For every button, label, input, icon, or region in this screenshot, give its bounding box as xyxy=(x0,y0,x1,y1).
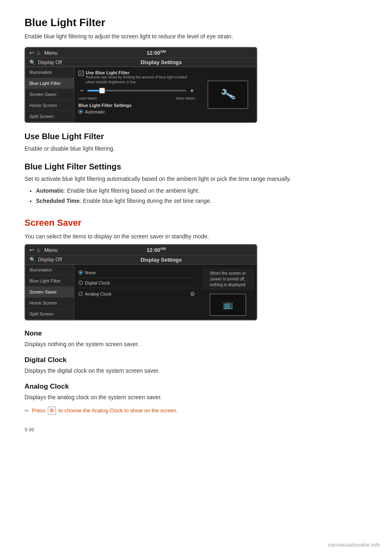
mockup1-sidebar: Illumination Blue Light Filter Screen Sa… xyxy=(25,67,74,122)
blf-settings-body: Set to activate blue light filtering aut… xyxy=(24,175,368,183)
none-label: None xyxy=(85,270,96,275)
ss-sidebar-screensaver[interactable]: Screen Saver xyxy=(25,287,74,298)
watermark: carmanualsonline.info xyxy=(328,542,380,548)
topbar-time: 12:00AM xyxy=(60,49,252,56)
mockup2-content: None Digital Clock Analog Clock ⚙ xyxy=(74,265,199,320)
mockup1-content: Use Blue Light Filter Reduces eye strain… xyxy=(74,67,199,122)
slider-track[interactable] xyxy=(87,90,186,91)
slider-minus[interactable]: − xyxy=(78,87,85,94)
mockup1-subbar: 🔍 Display Off Display Settings xyxy=(25,58,256,67)
mockup2-body: Illumination Blue Light Filter Screen Sa… xyxy=(25,265,256,320)
tv-screen-icon: 📺 xyxy=(223,300,233,309)
auto-row: Automatic xyxy=(78,109,195,114)
analog-clock-body: Displays the analog clock on the system … xyxy=(24,393,368,402)
display-off-label: Display Off xyxy=(38,60,62,65)
display-off-label-2: Display Off xyxy=(38,257,62,262)
ss-description: When the screen or power is turned off, … xyxy=(202,268,254,290)
settings-title: Display Settings xyxy=(70,59,252,65)
note-text-before: Press xyxy=(32,407,45,414)
use-blf-option: Use Blue Light Filter Reduces eye strain… xyxy=(78,70,195,85)
blf-slider-row: − + xyxy=(78,87,195,94)
sidebar-item-bluelight[interactable]: Blue Light Filter xyxy=(25,78,74,89)
slider-thumb xyxy=(99,88,105,93)
mockup1-body: Illumination Blue Light Filter Screen Sa… xyxy=(25,67,256,122)
screen-saver-heading: Screen Saver xyxy=(24,218,368,228)
use-blf-checkbox[interactable] xyxy=(78,71,84,76)
ss-sidebar-illumination[interactable]: Illumination xyxy=(25,265,74,276)
use-blf-body: Enable or disable blue light filtering. xyxy=(24,145,368,153)
settings-title-2: Display Settings xyxy=(70,257,252,263)
mockup1-topbar: ↩ ⌂ Menu 12:00AM xyxy=(25,48,256,58)
menu-label: Menu xyxy=(44,50,58,56)
page-number: 9-96 xyxy=(24,427,368,433)
menu-label-2: Menu xyxy=(44,247,58,253)
none-body: Displays nothing on the system screen sa… xyxy=(24,340,368,349)
sidebar-item-splitscreen[interactable]: Split Screen xyxy=(25,111,74,122)
analog-clock-label: Analog Clock xyxy=(85,291,111,296)
page-title: Blue Light Filter xyxy=(24,16,368,29)
mockup1-tv-graphic: 🔧 xyxy=(199,67,256,122)
home-icon-2: ⌂ xyxy=(37,247,40,253)
mockup-blue-light-filter: ↩ ⌂ Menu 12:00AM 🔍 Display Off Display S… xyxy=(24,47,257,123)
home-icon: ⌂ xyxy=(37,49,40,56)
auto-radio[interactable] xyxy=(78,109,83,114)
digital-clock-body: Displays the digital clock on the system… xyxy=(24,367,368,375)
use-blf-text: Use Blue Light Filter Reduces eye strain… xyxy=(86,70,195,85)
sidebar-item-screensaver[interactable]: Screen Saver xyxy=(25,89,74,100)
digital-clock-label: Digital Clock xyxy=(85,280,110,285)
analog-clock-gear-icon[interactable]: ⚙ xyxy=(190,291,195,297)
ss-option-analog-clock[interactable]: Analog Clock ⚙ xyxy=(78,288,195,300)
blf-settings-heading: Blue Light Filter Settings xyxy=(24,162,368,171)
analog-clock-radio[interactable] xyxy=(78,291,83,296)
topbar-time-2: 12:00AM xyxy=(60,247,252,253)
bullet-automatic: Automatic: Enable blue light filtering b… xyxy=(36,187,368,195)
sidebar-item-homescreen[interactable]: Home Screen xyxy=(25,100,74,111)
tv-icon-2: 📺 xyxy=(209,294,246,316)
slider-labels: Less Warm More Warm xyxy=(78,96,195,100)
ss-sidebar-homescreen[interactable]: Home Screen xyxy=(25,298,74,309)
note-line: ✏ Press ⚙ to choose the Analog Clock to … xyxy=(24,407,368,415)
search-icon: 🔍 xyxy=(29,60,36,65)
analog-clock-heading: Analog Clock xyxy=(24,383,368,391)
auto-label: Automatic xyxy=(85,109,105,114)
slider-plus[interactable]: + xyxy=(189,87,195,94)
none-heading: None xyxy=(24,329,368,338)
screen-saver-intro: You can select the items to display on t… xyxy=(24,232,368,241)
mockup2-topbar: ↩ ⌂ Menu 12:00AM xyxy=(25,245,256,255)
intro-text: Enable blue light filtering to adjust th… xyxy=(24,33,368,40)
mockup-screen-saver: ↩ ⌂ Menu 12:00AM 🔍 Display Off Display S… xyxy=(24,244,257,320)
mockup2-subbar: 🔍 Display Off Display Settings xyxy=(25,256,256,265)
blf-settings-label: Blue Light Filter Settings xyxy=(78,103,195,108)
mockup2-right: When the screen or power is turned off, … xyxy=(199,265,256,320)
bullet-scheduled-time: Scheduled Time: Enable blue light filter… xyxy=(36,197,368,205)
digital-clock-heading: Digital Clock xyxy=(24,356,368,364)
ss-option-none[interactable]: None xyxy=(78,268,195,278)
ss-option-digital-clock[interactable]: Digital Clock xyxy=(78,278,195,288)
mockup2-sidebar: Illumination Blue Light Filter Screen Sa… xyxy=(25,265,74,320)
digital-clock-radio[interactable] xyxy=(78,280,83,285)
search-icon-2: 🔍 xyxy=(29,257,36,262)
back-icon-2: ↩ xyxy=(29,247,34,253)
sidebar-item-illumination[interactable]: Illumination xyxy=(25,67,74,78)
back-icon: ↩ xyxy=(29,49,34,56)
use-blf-heading: Use Blue Light Filter xyxy=(24,132,368,141)
note-gear-icon: ⚙ xyxy=(48,407,56,415)
none-radio[interactable] xyxy=(78,270,83,275)
ss-sidebar-bluelight[interactable]: Blue Light Filter xyxy=(25,276,74,287)
wrench-icon: 🔧 xyxy=(219,86,236,103)
pencil-icon: ✏ xyxy=(24,407,29,414)
tv-icon: 🔧 xyxy=(207,80,248,109)
blf-bullet-list: Automatic: Enable blue light filtering b… xyxy=(36,187,368,205)
note-text-after: to choose the Analog Clock to show on th… xyxy=(58,407,178,414)
ss-sidebar-splitscreen[interactable]: Split Screen xyxy=(25,309,74,320)
